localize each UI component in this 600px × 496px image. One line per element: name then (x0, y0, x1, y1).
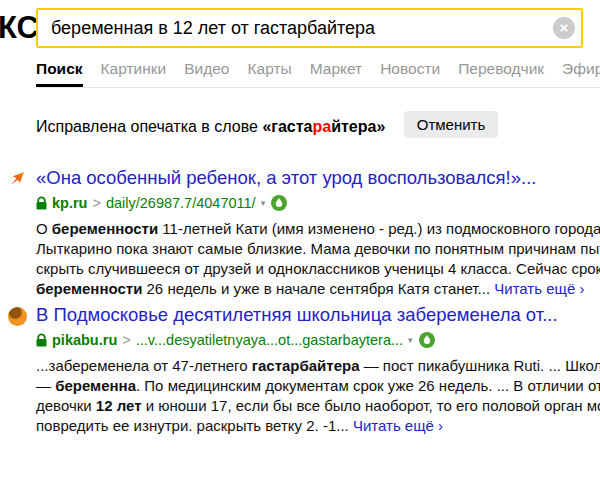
snippet-line: скрыть случившееся от друзей и однокласс… (36, 259, 600, 279)
snippet-line: О беременности 11-летней Кати (имя измен… (36, 219, 600, 239)
snippet-text: и юноши 17, если бы все было наоборот, т… (142, 397, 600, 414)
cancel-correction-button[interactable]: Отменить (404, 111, 499, 138)
snippet-text: 11-летней Кати (имя изменено - ред.) из … (158, 220, 600, 237)
result-url-line: kp.ru > daily/26987.7/4047011/ ▾ (36, 194, 600, 212)
snippet-text: Лыткарино пока знают самые близкие. Мама… (36, 240, 600, 257)
yandex-search-results-page: { "theme": { "accent_yellow": "#ffcc00",… (0, 0, 600, 496)
snippet-text: 12 лет (96, 397, 142, 414)
lock-icon (36, 333, 47, 347)
search-box: × (36, 8, 583, 48)
lock-icon (36, 196, 47, 210)
service-tabs: Поиск Картинки Видео Карты Маркет Новост… (36, 60, 600, 88)
result-domain[interactable]: pikabu.ru (52, 332, 117, 348)
result-url-path[interactable]: daily/26987.7/4047011/ (106, 195, 256, 211)
tab-news[interactable]: Новости (380, 60, 440, 88)
snippet-text: скрыть случившееся от друзей и однокласс… (36, 260, 600, 277)
tab-images[interactable]: Картинки (101, 60, 167, 88)
url-dropdown-icon[interactable]: ▾ (408, 335, 413, 345)
snippet-text: девочки (36, 397, 96, 414)
result-snippet: О беременности 11-летней Кати (имя измен… (36, 219, 600, 299)
search-input[interactable] (38, 11, 541, 45)
snippet-line: беременности 26 недель и уже в начале се… (36, 279, 600, 299)
result-2-favicon-ball-icon (8, 307, 27, 326)
snippet-text: повредить ее изнутри. раскрыть ветку 2. … (36, 417, 353, 434)
snippet-text: — пост пикабушника Ruti. ... Школьница (360, 357, 600, 374)
snippet-text: гастарбайтера (252, 357, 360, 374)
result-url-line: pikabu.ru > ...v...desyatiletnyaya...ot.… (36, 331, 600, 349)
result-title-link[interactable]: В Подмосковье десятилетняя школьница заб… (36, 302, 600, 327)
snippet-text: беременности (36, 280, 142, 297)
result-snippet: ...забеременела от 47-летнего гастарбайт… (36, 356, 600, 436)
snippet-text: О (36, 220, 52, 237)
tabs-divider (33, 87, 600, 88)
url-dropdown-icon[interactable]: ▾ (261, 198, 266, 208)
tab-market[interactable]: Маркет (310, 60, 363, 88)
spelling-correction-notice: Исправлена опечатка в слове «гастарайтер… (36, 113, 498, 140)
corrected-word: гастарайтера (271, 118, 376, 135)
snippet-text: — (36, 377, 55, 394)
read-more-link[interactable]: Читать ещё › (494, 280, 584, 297)
tab-search[interactable]: Поиск (36, 60, 83, 88)
yandex-logo-fragment[interactable]: КС (0, 10, 39, 46)
turbo-page-icon[interactable] (271, 195, 287, 211)
tab-translate[interactable]: Переводчик (458, 60, 544, 88)
turbo-page-icon[interactable] (419, 332, 435, 348)
snippet-text: ...забеременела от 47-летнего (36, 357, 252, 374)
snippet-line: — беременна. По медицинским документам с… (36, 376, 600, 396)
snippet-text: беременна (55, 377, 136, 394)
result-title-link[interactable]: «Она особенный ребенок, а этот урод восп… (36, 165, 600, 190)
search-result: «Она особенный ребенок, а этот урод восп… (36, 165, 600, 299)
snippet-text: гаста (271, 118, 312, 135)
snippet-text: ра (312, 118, 331, 135)
snippet-line: девочки 12 лет и юноши 17, если бы все б… (36, 396, 600, 416)
correction-text: Исправлена опечатка в слове (36, 118, 262, 135)
tab-efir[interactable]: Эфир (562, 60, 600, 88)
snippet-line: повредить ее изнутри. раскрыть ветку 2. … (36, 416, 600, 436)
search-result: В Подмосковье десятилетняя школьница заб… (36, 302, 600, 436)
url-separator: > (92, 195, 100, 211)
read-more-link[interactable]: Читать ещё › (353, 417, 443, 434)
snippet-line: ...забеременела от 47-летнего гастарбайт… (36, 356, 600, 376)
correction-close-quote: » (376, 118, 385, 135)
clear-search-icon[interactable]: × (553, 17, 575, 39)
result-1-favicon-arrow-icon (10, 171, 25, 190)
snippet-text: беременности (52, 220, 158, 237)
tab-video[interactable]: Видео (184, 60, 229, 88)
tab-maps[interactable]: Карты (248, 60, 292, 88)
result-domain[interactable]: kp.ru (52, 195, 87, 211)
result-url-path[interactable]: ...v...desyatiletnyaya...ot...gastarbayt… (136, 332, 403, 348)
snippet-text: . По медицинским документам срок уже 26 … (136, 377, 600, 394)
url-separator: > (122, 332, 130, 348)
snippet-text: 26 недель и уже в начале сентября Катя с… (142, 280, 494, 297)
correction-open-quote: « (262, 118, 271, 135)
snippet-line: Лыткарино пока знают самые близкие. Мама… (36, 239, 600, 259)
snippet-text: йтера (331, 118, 376, 135)
